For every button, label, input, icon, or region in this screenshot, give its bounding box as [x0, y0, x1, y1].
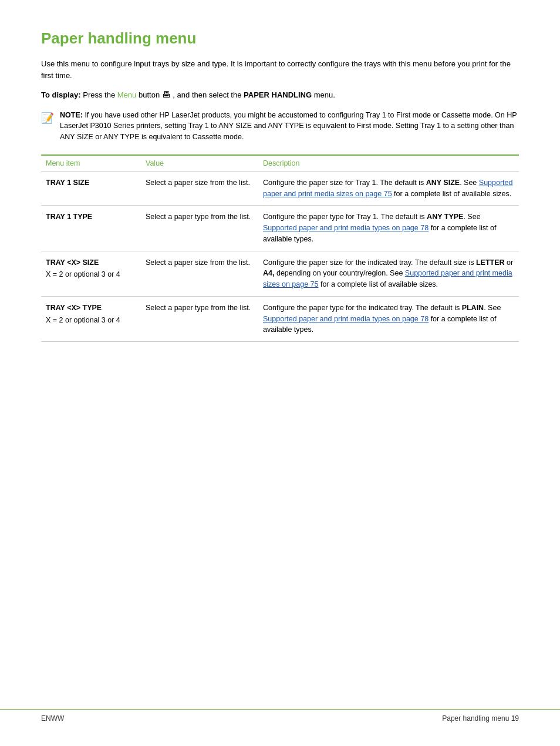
desc-link[interactable]: Supported paper and print media sizes on…	[263, 269, 512, 288]
display-line: To display: Press the Menu button 🖶 , an…	[41, 88, 519, 102]
col-header-menu-item: Menu item	[41, 155, 141, 172]
footer-left: ENWW	[41, 714, 64, 723]
cell-menu-item-1: TRAY 1 TYPE	[41, 206, 141, 251]
note-content: NOTE: If you have used other HP LaserJet…	[60, 110, 519, 143]
desc-bold: PLAIN	[462, 304, 484, 312]
table-row: TRAY 1 SIZESelect a paper size from the …	[41, 171, 519, 206]
paper-handling-table: Menu item Value Description TRAY 1 SIZES…	[41, 154, 519, 342]
cell-description-0: Configure the paper size for Tray 1. The…	[258, 171, 519, 206]
desc-link[interactable]: Supported paper and print media types on…	[263, 315, 429, 323]
note-body: If you have used other HP LaserJet produ…	[60, 111, 517, 142]
cell-menu-item-sub-2: X = 2 or optional 3 or 4	[46, 269, 136, 280]
desc-bold: ANY TYPE	[427, 213, 463, 221]
page-footer: ENWW Paper handling menu 19	[0, 709, 560, 723]
cell-menu-item-3: TRAY <X> TYPEX = 2 or optional 3 or 4	[41, 296, 141, 341]
note-icon: 📝	[41, 110, 54, 126]
desc-bold: LETTER	[476, 258, 505, 267]
cell-menu-item-0: TRAY 1 SIZE	[41, 171, 141, 206]
display-text2: button	[139, 90, 162, 99]
desc-link[interactable]: Supported paper and print media sizes on…	[263, 179, 512, 198]
menu-icon: 🖶	[162, 89, 171, 99]
footer-right: Paper handling menu 19	[442, 714, 519, 723]
desc-bold: A4,	[263, 269, 274, 277]
table-row: TRAY 1 TYPESelect a paper type from the …	[41, 206, 519, 251]
cell-description-3: Configure the paper type for the indicat…	[258, 296, 519, 341]
intro-paragraph: Use this menu to configure input trays b…	[41, 58, 519, 81]
page-title: Paper handling menu	[41, 29, 519, 48]
cell-description-2: Configure the paper size for the indicat…	[258, 251, 519, 296]
desc-bold: ANY SIZE	[426, 179, 460, 187]
display-text1: Press the	[83, 90, 117, 99]
col-header-description: Description	[258, 155, 519, 172]
display-text3: , and then select the	[173, 90, 244, 99]
note-box: 📝 NOTE: If you have used other HP LaserJ…	[41, 110, 519, 143]
cell-menu-item-sub-3: X = 2 or optional 3 or 4	[46, 315, 136, 326]
cell-value-3: Select a paper type from the list.	[141, 296, 258, 341]
cell-description-1: Configure the paper type for Tray 1. The…	[258, 206, 519, 251]
cell-value-1: Select a paper type from the list.	[141, 206, 258, 251]
note-label: NOTE:	[60, 111, 83, 119]
cell-value-0: Select a paper size from the list.	[141, 171, 258, 206]
cell-menu-item-2: TRAY <X> SIZEX = 2 or optional 3 or 4	[41, 251, 141, 296]
menu-link[interactable]: Menu	[117, 90, 137, 99]
table-row: TRAY <X> TYPEX = 2 or optional 3 or 4Sel…	[41, 296, 519, 341]
paper-handling-label: PAPER HANDLING	[244, 90, 312, 99]
col-header-value: Value	[141, 155, 258, 172]
desc-link[interactable]: Supported paper and print media types on…	[263, 224, 429, 232]
display-label: To display:	[41, 90, 81, 99]
cell-value-2: Select a paper size from the list.	[141, 251, 258, 296]
display-end: menu.	[314, 90, 335, 99]
table-row: TRAY <X> SIZEX = 2 or optional 3 or 4Sel…	[41, 251, 519, 296]
